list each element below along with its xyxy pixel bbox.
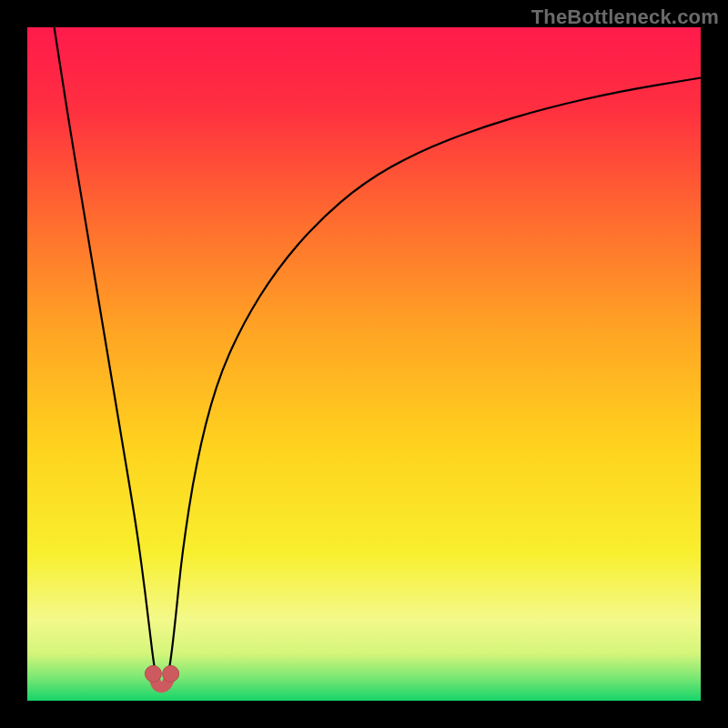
chart-frame: TheBottleneck.com	[0, 0, 728, 728]
chart-svg	[27, 27, 701, 701]
optimal-marker-dot-left	[145, 665, 161, 682]
optimal-marker-dot-right	[163, 665, 179, 682]
gradient-background	[27, 27, 701, 701]
watermark-text: TheBottleneck.com	[531, 5, 719, 29]
plot-area	[27, 27, 701, 701]
